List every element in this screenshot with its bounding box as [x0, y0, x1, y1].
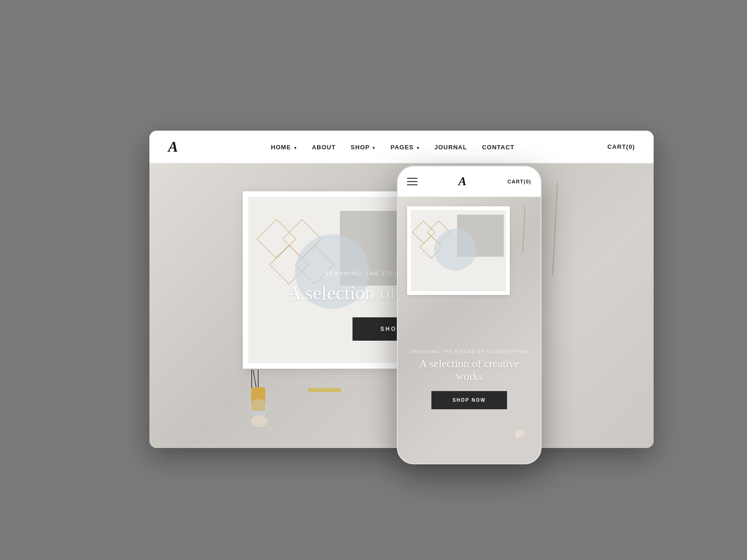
mobile-artwork-inner — [411, 210, 506, 291]
mobile-branch — [513, 202, 531, 253]
hamburger-line-1 — [407, 178, 417, 179]
mobile-hero-subtitle: SPANNING THE FIELDS OF ILLUSTRATION — [398, 349, 541, 354]
mobile-circle — [434, 229, 476, 271]
desktop-cart[interactable]: CART(0) — [607, 143, 635, 150]
mobile-menu-button[interactable] — [407, 178, 417, 185]
mobile-mockup: A CART(0) SPANNING THE FIELDS O — [397, 166, 542, 464]
nav-link-journal[interactable]: JOURNAL — [435, 144, 467, 151]
desktop-logo[interactable]: A — [168, 138, 178, 155]
nav-item-pages[interactable]: PAGES ▾ — [390, 143, 419, 151]
nav-item-home[interactable]: HOME ▾ — [271, 143, 297, 151]
nav-link-about[interactable]: ABOUT — [312, 144, 336, 151]
mobile-logo[interactable]: A — [458, 175, 466, 189]
dropdown-arrow-home: ▾ — [292, 146, 297, 150]
mobile-hero-content: SPANNING THE FIELDS OF ILLUSTRATION A se… — [398, 349, 541, 409]
diffuser-decoration — [251, 387, 265, 411]
nav-item-shop[interactable]: SHOP ▾ — [351, 143, 375, 151]
diffuser-glass — [249, 399, 268, 418]
mobile-header: A CART(0) — [398, 167, 541, 197]
mobile-shop-now-button[interactable]: SHOP NOW — [431, 391, 507, 409]
nav-item-contact[interactable]: CONTACT — [482, 143, 514, 151]
mockups-container: A HOME ▾ ABOUT SHOP ▾ — [126, 79, 621, 481]
nav-link-pages[interactable]: PAGES ▾ — [390, 144, 419, 151]
diffuser-stick-1 — [251, 370, 252, 388]
nav-link-shop[interactable]: SHOP ▾ — [351, 144, 375, 151]
nav-link-contact[interactable]: CONTACT — [482, 144, 514, 151]
diffuser-stick-3 — [258, 370, 259, 388]
mobile-hero-title: A selection of creative works — [398, 357, 541, 383]
dropdown-arrow-pages: ▾ — [415, 146, 420, 150]
desktop-nav-links: HOME ▾ ABOUT SHOP ▾ PAGES ▾ — [271, 143, 514, 151]
hamburger-line-2 — [407, 181, 417, 182]
diffuser-body — [251, 387, 265, 411]
nav-item-journal[interactable]: JOURNAL — [435, 143, 467, 151]
mobile-artwork-frame — [407, 206, 510, 295]
mobile-cart[interactable]: CART(0) — [507, 179, 531, 184]
flower-bottom-left — [251, 415, 275, 429]
nav-item-about[interactable]: ABOUT — [312, 143, 336, 151]
hamburger-line-3 — [407, 184, 417, 185]
dropdown-arrow-shop: ▾ — [371, 146, 376, 150]
yellow-accent — [308, 388, 341, 392]
desktop-nav: A HOME ▾ ABOUT SHOP ▾ — [149, 131, 654, 163]
mobile-hero: SPANNING THE FIELDS OF ILLUSTRATION A se… — [398, 197, 541, 464]
mobile-flower — [515, 430, 529, 442]
nav-link-home[interactable]: HOME ▾ — [271, 144, 297, 151]
